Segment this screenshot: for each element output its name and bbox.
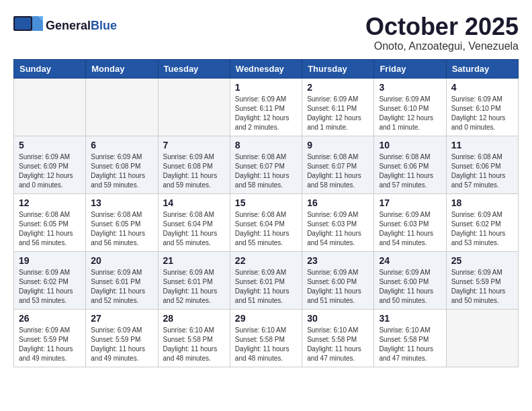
cell-text: Sunrise: 6:10 AMSunset: 5:58 PMDaylight:… [379, 326, 441, 363]
day-number: 20 [91, 255, 152, 266]
cell-text: Sunrise: 6:09 AMSunset: 6:00 PMDaylight:… [307, 268, 369, 306]
calendar-cell: 3Sunrise: 6:09 AMSunset: 6:10 PMDaylight… [374, 78, 446, 136]
cell-text: Sunrise: 6:09 AMSunset: 6:10 PMDaylight:… [379, 95, 441, 132]
day-number: 3 [379, 82, 441, 93]
day-number: 23 [307, 255, 369, 266]
logo-blue-text: Blue [91, 19, 117, 33]
day-number: 18 [451, 197, 513, 208]
day-number: 15 [235, 197, 297, 208]
logo-icon [13, 13, 43, 38]
day-number: 14 [163, 197, 225, 208]
cell-text: Sunrise: 6:09 AMSunset: 6:00 PMDaylight:… [379, 268, 441, 306]
cell-text: Sunrise: 6:09 AMSunset: 6:01 PMDaylight:… [91, 268, 152, 306]
calendar-cell: 15Sunrise: 6:08 AMSunset: 6:04 PMDayligh… [230, 193, 302, 251]
calendar-cell: 8Sunrise: 6:08 AMSunset: 6:07 PMDaylight… [230, 136, 302, 193]
day-number: 19 [19, 255, 81, 266]
calendar-cell: 14Sunrise: 6:08 AMSunset: 6:04 PMDayligh… [158, 193, 230, 251]
day-number: 11 [451, 140, 513, 150]
cell-text: Sunrise: 6:08 AMSunset: 6:07 PMDaylight:… [307, 152, 369, 190]
cell-text: Sunrise: 6:10 AMSunset: 5:58 PMDaylight:… [235, 326, 297, 363]
day-number: 27 [91, 313, 152, 324]
calendar-body: 1Sunrise: 6:09 AMSunset: 6:11 PMDaylight… [14, 78, 519, 367]
calendar-cell [446, 309, 518, 367]
calendar-day-header: Saturday [446, 59, 518, 78]
calendar-cell: 19Sunrise: 6:09 AMSunset: 6:02 PMDayligh… [14, 251, 86, 309]
calendar-cell: 5Sunrise: 6:09 AMSunset: 6:09 PMDaylight… [14, 136, 86, 193]
cell-text: Sunrise: 6:09 AMSunset: 6:02 PMDaylight:… [19, 268, 81, 306]
calendar-cell: 18Sunrise: 6:09 AMSunset: 6:02 PMDayligh… [446, 193, 518, 251]
logo-general-text: General [46, 19, 91, 33]
cell-text: Sunrise: 6:09 AMSunset: 6:01 PMDaylight:… [163, 268, 225, 306]
calendar-cell: 16Sunrise: 6:09 AMSunset: 6:03 PMDayligh… [302, 193, 374, 251]
day-number: 28 [163, 313, 225, 324]
day-number: 8 [235, 140, 297, 150]
cell-text: Sunrise: 6:09 AMSunset: 6:01 PMDaylight:… [235, 268, 297, 306]
calendar-cell: 2Sunrise: 6:09 AMSunset: 6:11 PMDaylight… [302, 78, 374, 136]
calendar-cell: 4Sunrise: 6:09 AMSunset: 6:10 PMDaylight… [446, 78, 518, 136]
cell-text: Sunrise: 6:08 AMSunset: 6:05 PMDaylight:… [91, 210, 152, 248]
calendar-day-header: Monday [86, 59, 158, 78]
cell-text: Sunrise: 6:09 AMSunset: 5:59 PMDaylight:… [451, 268, 513, 306]
day-number: 2 [307, 82, 369, 93]
calendar-week-row: 19Sunrise: 6:09 AMSunset: 6:02 PMDayligh… [14, 251, 519, 309]
calendar-cell [86, 78, 158, 136]
cell-text: Sunrise: 6:08 AMSunset: 6:07 PMDaylight:… [235, 152, 297, 190]
calendar-header-row: SundayMondayTuesdayWednesdayThursdayFrid… [14, 59, 519, 78]
month-title: October 2025 [365, 13, 519, 40]
calendar-cell: 11Sunrise: 6:08 AMSunset: 6:06 PMDayligh… [446, 136, 518, 193]
cell-text: Sunrise: 6:08 AMSunset: 6:06 PMDaylight:… [379, 152, 441, 190]
cell-text: Sunrise: 6:08 AMSunset: 6:05 PMDaylight:… [19, 210, 81, 248]
calendar-week-row: 5Sunrise: 6:09 AMSunset: 6:09 PMDaylight… [14, 136, 519, 193]
calendar-cell: 27Sunrise: 6:09 AMSunset: 5:59 PMDayligh… [86, 309, 158, 367]
calendar-cell: 30Sunrise: 6:10 AMSunset: 5:58 PMDayligh… [302, 309, 374, 367]
cell-text: Sunrise: 6:09 AMSunset: 5:59 PMDaylight:… [19, 326, 81, 363]
cell-text: Sunrise: 6:08 AMSunset: 6:04 PMDaylight:… [163, 210, 225, 248]
day-number: 7 [163, 140, 225, 150]
cell-text: Sunrise: 6:09 AMSunset: 6:02 PMDaylight:… [451, 210, 513, 248]
calendar-cell: 17Sunrise: 6:09 AMSunset: 6:03 PMDayligh… [374, 193, 446, 251]
day-number: 16 [307, 197, 369, 208]
calendar-cell: 13Sunrise: 6:08 AMSunset: 6:05 PMDayligh… [86, 193, 158, 251]
calendar-cell: 23Sunrise: 6:09 AMSunset: 6:00 PMDayligh… [302, 251, 374, 309]
calendar-cell [14, 78, 86, 136]
day-number: 26 [19, 313, 81, 324]
day-number: 29 [235, 313, 297, 324]
logo: General Blue [13, 13, 117, 38]
day-number: 21 [163, 255, 225, 266]
cell-text: Sunrise: 6:09 AMSunset: 6:09 PMDaylight:… [19, 152, 81, 190]
calendar-cell: 28Sunrise: 6:10 AMSunset: 5:58 PMDayligh… [158, 309, 230, 367]
day-number: 17 [379, 197, 441, 208]
calendar-cell [158, 78, 230, 136]
day-number: 5 [19, 140, 81, 150]
calendar-cell: 24Sunrise: 6:09 AMSunset: 6:00 PMDayligh… [374, 251, 446, 309]
day-number: 1 [235, 82, 297, 93]
day-number: 12 [19, 197, 81, 208]
cell-text: Sunrise: 6:08 AMSunset: 6:04 PMDaylight:… [235, 210, 297, 248]
calendar-week-row: 26Sunrise: 6:09 AMSunset: 5:59 PMDayligh… [14, 309, 519, 367]
cell-text: Sunrise: 6:09 AMSunset: 6:11 PMDaylight:… [307, 95, 369, 132]
cell-text: Sunrise: 6:09 AMSunset: 6:03 PMDaylight:… [307, 210, 369, 248]
day-number: 22 [235, 255, 297, 266]
day-number: 6 [91, 140, 152, 150]
page-header: General Blue October 2025 Onoto, Anzoate… [13, 13, 519, 52]
title-section: October 2025 Onoto, Anzoategui, Venezuel… [365, 13, 519, 52]
cell-text: Sunrise: 6:09 AMSunset: 6:10 PMDaylight:… [451, 95, 513, 132]
cell-text: Sunrise: 6:09 AMSunset: 6:11 PMDaylight:… [235, 95, 297, 132]
calendar-cell: 1Sunrise: 6:09 AMSunset: 6:11 PMDaylight… [230, 78, 302, 136]
cell-text: Sunrise: 6:10 AMSunset: 5:58 PMDaylight:… [163, 326, 225, 363]
calendar-cell: 12Sunrise: 6:08 AMSunset: 6:05 PMDayligh… [14, 193, 86, 251]
calendar-day-header: Sunday [14, 59, 86, 78]
calendar-cell: 25Sunrise: 6:09 AMSunset: 5:59 PMDayligh… [446, 251, 518, 309]
day-number: 25 [451, 255, 513, 266]
calendar-day-header: Wednesday [230, 59, 302, 78]
day-number: 9 [307, 140, 369, 150]
calendar-cell: 6Sunrise: 6:09 AMSunset: 6:08 PMDaylight… [86, 136, 158, 193]
calendar-cell: 7Sunrise: 6:09 AMSunset: 6:08 PMDaylight… [158, 136, 230, 193]
calendar-cell: 20Sunrise: 6:09 AMSunset: 6:01 PMDayligh… [86, 251, 158, 309]
calendar-cell: 10Sunrise: 6:08 AMSunset: 6:06 PMDayligh… [374, 136, 446, 193]
location: Onoto, Anzoategui, Venezuela [365, 40, 519, 52]
calendar-day-header: Tuesday [158, 59, 230, 78]
calendar-cell: 29Sunrise: 6:10 AMSunset: 5:58 PMDayligh… [230, 309, 302, 367]
day-number: 10 [379, 140, 441, 150]
day-number: 30 [307, 313, 369, 324]
